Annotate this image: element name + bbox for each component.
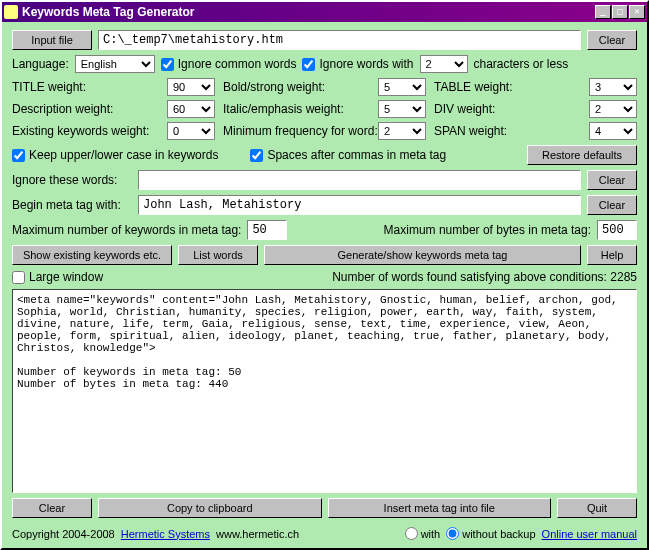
input-file-button[interactable]: Input file — [12, 30, 92, 50]
ignore-chars-select[interactable]: 2 — [420, 55, 468, 73]
main-window: Keywords Meta Tag Generator _ □ ✕ Input … — [0, 0, 649, 550]
without-backup-radio[interactable]: without backup — [446, 527, 535, 540]
table-weight-label: TABLE weight: — [434, 80, 589, 94]
italic-weight-label: Italic/emphasis weight: — [223, 102, 378, 116]
restore-defaults-button[interactable]: Restore defaults — [527, 145, 637, 165]
italic-weight-select[interactable]: 5 — [378, 100, 426, 118]
existing-weight-select[interactable]: 0 — [167, 122, 215, 140]
desc-weight-select[interactable]: 60 — [167, 100, 215, 118]
ignore-words-label: Ignore these words: — [12, 173, 132, 187]
table-weight-select[interactable]: 3 — [589, 78, 637, 96]
span-weight-label: SPAN weight: — [434, 124, 589, 138]
clear-input-button[interactable]: Clear — [587, 30, 637, 50]
language-label: Language: — [12, 57, 69, 71]
input-file-field[interactable] — [98, 30, 581, 50]
span-weight-select[interactable]: 4 — [589, 122, 637, 140]
copyright-label: Copyright 2004-2008 — [12, 528, 115, 540]
list-words-button[interactable]: List words — [178, 245, 258, 265]
close-button[interactable]: ✕ — [629, 5, 645, 19]
output-textarea[interactable] — [12, 289, 637, 493]
chars-or-less-label: characters or less — [474, 57, 569, 71]
begin-with-field[interactable] — [138, 195, 581, 215]
bold-weight-select[interactable]: 5 — [378, 78, 426, 96]
max-keywords-label: Maximum number of keywords in meta tag: — [12, 223, 241, 237]
help-button[interactable]: Help — [587, 245, 637, 265]
language-select[interactable]: English — [75, 55, 155, 73]
min-freq-label: Minimum frequency for word: — [223, 124, 378, 138]
spaces-after-checkbox[interactable]: Spaces after commas in meta tag — [250, 148, 446, 162]
found-count-label: Number of words found satisfying above c… — [332, 270, 637, 284]
existing-weight-label: Existing keywords weight: — [12, 124, 167, 138]
manual-link[interactable]: Online user manual — [542, 528, 637, 540]
generate-button[interactable]: Generate/show keywords meta tag — [264, 245, 581, 265]
max-keywords-field[interactable] — [247, 220, 287, 240]
large-window-checkbox[interactable]: Large window — [12, 270, 103, 284]
max-bytes-field[interactable] — [597, 220, 637, 240]
title-weight-label: TITLE weight: — [12, 80, 167, 94]
clear-ignore-button[interactable]: Clear — [587, 170, 637, 190]
begin-with-label: Begin meta tag with: — [12, 198, 132, 212]
quit-button[interactable]: Quit — [557, 498, 637, 518]
keep-case-checkbox[interactable]: Keep upper/lower case in keywords — [12, 148, 218, 162]
app-icon — [4, 5, 18, 19]
min-freq-select[interactable]: 2 — [378, 122, 426, 140]
bold-weight-label: Bold/strong weight: — [223, 80, 378, 94]
maximize-button[interactable]: □ — [612, 5, 628, 19]
max-bytes-label: Maximum number of bytes in meta tag: — [384, 223, 591, 237]
clear-begin-button[interactable]: Clear — [587, 195, 637, 215]
titlebar: Keywords Meta Tag Generator _ □ ✕ — [2, 2, 647, 22]
window-title: Keywords Meta Tag Generator — [22, 5, 595, 19]
desc-weight-label: Description weight: — [12, 102, 167, 116]
div-weight-select[interactable]: 2 — [589, 100, 637, 118]
ignore-words-field[interactable] — [138, 170, 581, 190]
div-weight-label: DIV weight: — [434, 102, 589, 116]
ignore-common-checkbox[interactable]: Ignore common words — [161, 57, 297, 71]
hermetic-url: www.hermetic.ch — [216, 528, 299, 540]
insert-file-button[interactable]: Insert meta tag into file — [328, 498, 552, 518]
minimize-button[interactable]: _ — [595, 5, 611, 19]
copy-clipboard-button[interactable]: Copy to clipboard — [98, 498, 322, 518]
show-existing-button[interactable]: Show existing keywords etc. — [12, 245, 172, 265]
ignore-with-checkbox[interactable]: Ignore words with — [302, 57, 413, 71]
title-weight-select[interactable]: 90 — [167, 78, 215, 96]
clear-output-button[interactable]: Clear — [12, 498, 92, 518]
with-backup-radio[interactable]: with — [405, 527, 441, 540]
hermetic-link[interactable]: Hermetic Systems — [121, 528, 210, 540]
